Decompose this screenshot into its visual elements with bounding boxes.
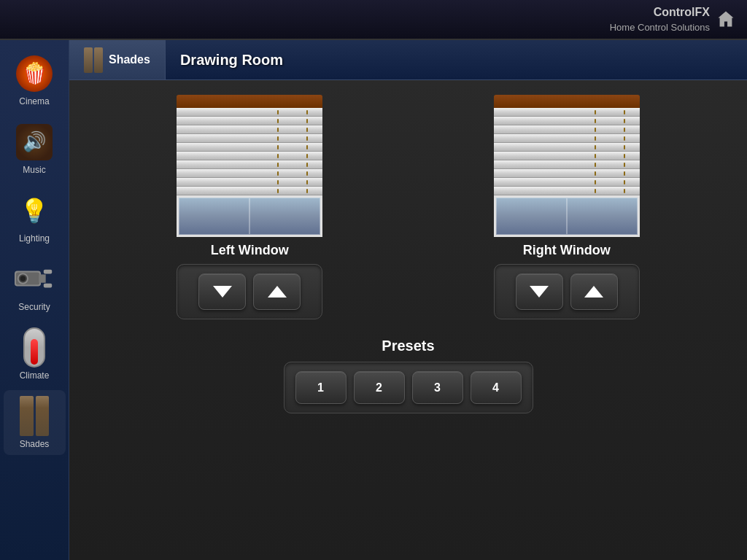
brand-name: ControlFX — [610, 4, 710, 20]
brand-text: ControlFX Home Control Solutions — [610, 4, 710, 34]
blind-slat — [177, 160, 322, 169]
sidebar: Cinema 🔊 Music 💡 Lighting — [0, 40, 69, 560]
right-blind-illustration — [494, 95, 640, 237]
glass-pane-right-1 — [496, 198, 567, 235]
sidebar-item-cinema[interactable]: Cinema — [4, 47, 66, 112]
cinema-icon — [16, 55, 53, 92]
blind-slat — [177, 143, 322, 152]
tab-shade-strip-2 — [94, 47, 103, 73]
window-glass-left — [177, 195, 322, 237]
tab-shade-strip-1 — [84, 47, 93, 73]
blind-slat — [177, 178, 322, 187]
left-window-down-button[interactable] — [198, 273, 246, 310]
blind-slat — [494, 152, 640, 160]
climate-mercury — [31, 339, 38, 365]
blind-slat — [177, 169, 322, 178]
left-window-container: Left Window — [177, 95, 322, 319]
blind-slats-right — [494, 108, 640, 195]
right-window-up-button[interactable] — [570, 273, 618, 310]
climate-icon-wrap — [15, 327, 55, 368]
svg-marker-11 — [584, 286, 603, 298]
shade-panel-1 — [20, 396, 34, 436]
up-arrow-icon — [266, 283, 288, 300]
blind-slat — [494, 143, 640, 152]
shades-icon-wrap — [15, 396, 55, 436]
blind-slat — [494, 125, 640, 134]
up-arrow-icon — [583, 283, 605, 300]
sidebar-label-shades: Shades — [20, 439, 50, 449]
top-bar: ControlFX Home Control Solutions — [0, 0, 747, 40]
blind-slat — [494, 160, 640, 169]
blind-slat — [494, 178, 640, 187]
tab-shades-icon — [84, 47, 103, 73]
sidebar-label-lighting: Lighting — [19, 233, 50, 244]
main-layout: Cinema 🔊 Music 💡 Lighting — [0, 40, 747, 560]
blind-slat — [494, 108, 640, 117]
tab-shades[interactable]: Shades — [69, 40, 166, 79]
window-glass-right — [494, 195, 640, 237]
shades-icon — [20, 396, 49, 436]
sidebar-item-music[interactable]: 🔊 Music — [4, 116, 66, 181]
preset-button-2[interactable]: 2 — [354, 371, 405, 404]
lighting-icon: 💡 — [16, 192, 53, 229]
tabs-bar: Shades Drawing Room — [69, 40, 747, 80]
svg-rect-6 — [43, 269, 51, 273]
left-window-up-button[interactable] — [253, 273, 301, 310]
svg-rect-5 — [39, 274, 45, 282]
sidebar-item-lighting[interactable]: 💡 Lighting — [4, 184, 66, 249]
presets-label: Presets — [382, 338, 434, 354]
sidebar-label-cinema: Cinema — [19, 96, 49, 106]
svg-rect-7 — [43, 283, 51, 287]
down-arrow-icon — [528, 283, 550, 300]
tab-shades-label: Shades — [109, 53, 150, 66]
right-control-panel — [494, 264, 640, 319]
blind-slat — [177, 152, 322, 160]
main-content: Left Window — [69, 80, 747, 560]
svg-point-4 — [20, 276, 26, 281]
preset-button-4[interactable]: 4 — [471, 371, 522, 404]
room-title: Drawing Room — [180, 52, 283, 69]
security-icon — [15, 265, 55, 294]
home-icon — [716, 9, 736, 29]
glass-pane-left-1 — [179, 198, 249, 235]
blind-frame-top-right — [494, 95, 640, 108]
blind-slat — [494, 117, 640, 125]
glass-pane-right-2 — [567, 198, 638, 235]
down-arrow-icon — [212, 283, 233, 300]
svg-marker-9 — [268, 286, 287, 298]
security-icon-wrap — [15, 259, 55, 299]
shade-panel-2 — [36, 396, 50, 436]
security-camera-svg — [15, 265, 55, 294]
blind-slat — [177, 117, 322, 125]
lighting-icon-wrap: 💡 — [15, 190, 55, 230]
brand-tagline: Home Control Solutions — [610, 21, 710, 34]
right-window-label: Right Window — [523, 243, 611, 258]
blind-slat — [177, 187, 322, 195]
room-title-bar: Drawing Room — [166, 40, 747, 79]
sidebar-label-music: Music — [23, 165, 45, 175]
left-control-panel — [177, 264, 322, 319]
music-icon-wrap: 🔊 — [15, 122, 55, 162]
cinema-icon-wrap — [15, 53, 55, 93]
svg-marker-0 — [719, 12, 734, 27]
blind-frame-top-left — [177, 95, 322, 108]
blind-slat — [177, 108, 322, 117]
sidebar-item-shades[interactable]: Shades — [4, 390, 66, 455]
brand: ControlFX Home Control Solutions — [610, 4, 736, 34]
right-window-down-button[interactable] — [516, 273, 563, 310]
preset-button-1[interactable]: 1 — [295, 371, 347, 404]
blind-slat — [177, 134, 322, 143]
left-blind-illustration — [177, 95, 322, 237]
sidebar-label-security: Security — [18, 302, 50, 312]
glass-pane-left-2 — [249, 198, 320, 235]
sidebar-item-climate[interactable]: Climate — [4, 322, 66, 386]
blind-slat — [494, 187, 640, 195]
preset-button-3[interactable]: 3 — [412, 371, 463, 404]
presets-panel: 1 2 3 4 — [284, 362, 533, 413]
presets-section: Presets 1 2 3 4 — [91, 338, 725, 413]
blind-slat — [494, 169, 640, 178]
windows-row: Left Window — [91, 95, 725, 319]
sidebar-item-security[interactable]: Security — [4, 253, 66, 318]
blind-slat — [177, 125, 322, 134]
svg-marker-10 — [530, 286, 549, 298]
